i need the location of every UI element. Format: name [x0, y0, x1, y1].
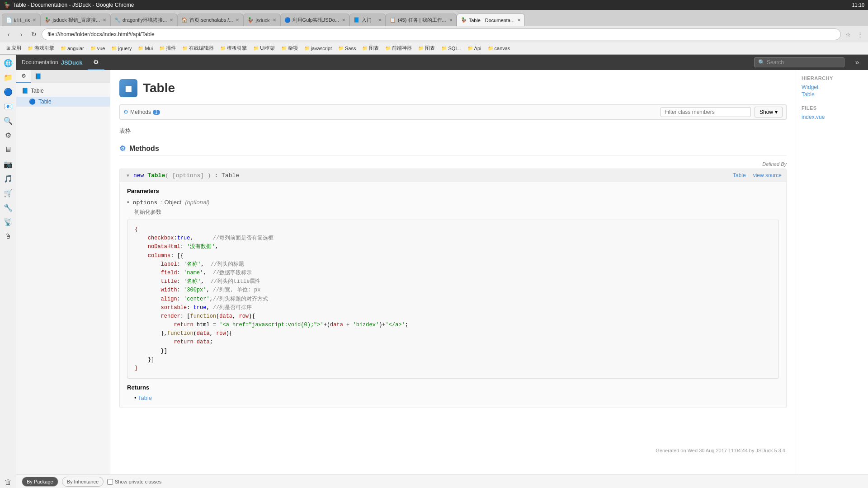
file-index-vue-link[interactable]: index.vue: [802, 113, 863, 121]
tab-settings[interactable]: ⚙: [88, 55, 104, 70]
browser-tab-intro[interactable]: 📘 入门 ✕: [349, 14, 386, 26]
os-icon-home[interactable]: 🌐: [2, 56, 14, 69]
folder-icon: 📁: [385, 46, 391, 51]
bookmark-label: vue: [97, 46, 105, 51]
folder-icon: 📁: [362, 46, 368, 51]
bookmark-label: Api: [474, 46, 481, 51]
by-inheritance-button[interactable]: By Inheritance: [62, 477, 104, 487]
bottom-toolbar: By Package By Inheritance Show private c…: [16, 474, 868, 488]
page-icon: ◼: [119, 79, 137, 97]
browser-tab-gulp[interactable]: 🔵 利用Gulp实现JSDo... ✕: [280, 14, 349, 26]
os-icon-mouse[interactable]: 🖱: [2, 230, 14, 243]
address-bar-input[interactable]: [42, 28, 841, 40]
reload-button[interactable]: ↻: [29, 29, 39, 39]
view-source-link[interactable]: view source: [753, 172, 782, 178]
bookmark-label: 插件: [166, 45, 176, 52]
page-title-row: ◼ Table: [119, 79, 787, 97]
bookmark-api[interactable]: 📁 Api: [465, 45, 484, 52]
bookmark-charts2[interactable]: 📁 图表: [415, 44, 438, 52]
nav-section-table[interactable]: 📘 Table: [16, 85, 110, 97]
os-icon-camera[interactable]: 📷: [2, 158, 14, 170]
cube-3d-icon: ◼: [125, 83, 132, 94]
bookmark-jquery[interactable]: 📁 jquery: [108, 45, 134, 52]
browser-tab-table-doc[interactable]: 🦆 Table - Documenta... ✕: [457, 14, 525, 26]
os-icon-browser[interactable]: 🔵: [2, 85, 14, 98]
settings-tab-icon: ⚙: [93, 58, 99, 66]
bookmark-sql[interactable]: 📁 SQL..: [439, 45, 463, 52]
os-icon-music[interactable]: 🎵: [2, 172, 14, 185]
os-icon-files[interactable]: 📁: [2, 71, 14, 84]
jsduck-collapse-button[interactable]: »: [852, 57, 863, 68]
bookmark-star-icon[interactable]: ☆: [844, 30, 853, 39]
jsduck-tabs: ⚙: [88, 55, 104, 70]
back-button[interactable]: ‹: [4, 29, 14, 39]
bookmark-apps[interactable]: ⊞ 应用: [4, 44, 24, 52]
jsduck-search-input[interactable]: [767, 59, 840, 66]
os-icon-settings[interactable]: ⚙: [2, 129, 14, 141]
tab-close-icon[interactable]: ✕: [103, 18, 106, 23]
os-icon-network[interactable]: 📡: [2, 216, 14, 228]
bookmark-vue[interactable]: 📁 vue: [88, 45, 108, 52]
browser-tab-jsduck[interactable]: 🦆 jsduck ✕: [243, 14, 280, 26]
forward-button[interactable]: ›: [16, 29, 26, 39]
search-tab[interactable]: 📘: [31, 70, 45, 83]
bookmark-misc[interactable]: 📁 杂项: [278, 44, 301, 52]
bookmark-template-engine[interactable]: 📁 模板引擎: [217, 44, 250, 52]
hierarchy-table-link[interactable]: Table: [802, 91, 863, 98]
browser-tab-k11ris[interactable]: 📄 k11_ris ✕: [2, 14, 40, 26]
browser-tab-jsduck-baidu[interactable]: 🦆 jsduck 报错_百度搜... ✕: [40, 14, 110, 26]
params-title: Parameters: [127, 188, 779, 194]
bookmark-online-editor[interactable]: 📁 在线编辑器: [179, 44, 217, 52]
show-private-checkbox[interactable]: [107, 479, 113, 485]
nav-item-table[interactable]: 🔵 Table: [16, 97, 110, 107]
bookmark-canvas[interactable]: 📁 canvas: [485, 45, 513, 52]
bookmark-plugin[interactable]: 📁 插件: [156, 44, 179, 52]
bookmark-charts1[interactable]: 📁 图表: [359, 44, 382, 52]
bookmark-mui[interactable]: 📁 Mui: [135, 45, 156, 52]
show-private-label[interactable]: Show private classes: [107, 479, 161, 485]
section-title: Methods: [129, 145, 159, 153]
show-button[interactable]: Show ▾: [755, 107, 783, 117]
bookmark-angular[interactable]: 📁 angular: [58, 45, 87, 52]
os-icon-trash[interactable]: 🗑: [2, 476, 14, 488]
defined-in-table[interactable]: Table: [733, 172, 746, 178]
show-private-text: Show private classes: [115, 479, 161, 484]
tree-tab[interactable]: ⚙: [16, 70, 31, 83]
return-type-link[interactable]: Table: [138, 394, 152, 401]
return-item: • Table: [127, 394, 779, 402]
tab-close-icon[interactable]: ✕: [449, 18, 453, 23]
method-header[interactable]: ▼ new Table( [options] ) : Table Table v…: [120, 169, 786, 182]
os-icon-search[interactable]: 🔍: [2, 114, 14, 127]
tab-close-icon[interactable]: ✕: [378, 18, 382, 23]
gear-icon: ⚙: [21, 73, 26, 79]
bookmark-gameengine[interactable]: 📁 游戏引擎: [25, 44, 57, 52]
method-body: Parameters • options : Object (optional)…: [120, 182, 786, 408]
os-icon-email[interactable]: 📧: [2, 100, 14, 113]
hierarchy-widget-link[interactable]: Widget: [802, 84, 863, 91]
left-panel: ⚙ 📘 📘 Table 🔵 Table: [16, 70, 110, 474]
jsduck-body: ⚙ 📘 📘 Table 🔵 Table: [16, 70, 868, 474]
browser-tab-senchalabs[interactable]: 🏠 首页·senchalabs /... ✕: [177, 14, 243, 26]
tab-close-icon[interactable]: ✕: [273, 18, 276, 23]
tab-close-icon[interactable]: ✕: [33, 18, 36, 23]
bookmark-frontend-tools[interactable]: 📁 前端神器: [382, 44, 415, 52]
browser-tab-tasks[interactable]: 📋 (45) 任务 | 我的工作... ✕: [386, 14, 457, 26]
settings-icon[interactable]: ⋮: [855, 30, 864, 39]
by-package-button[interactable]: By Package: [22, 477, 58, 487]
os-icon-shop[interactable]: 🛒: [2, 187, 14, 199]
filter-members-input[interactable]: [660, 107, 751, 117]
right-panel: HIERARCHY Widget Table FILES index.vue: [796, 70, 868, 474]
os-icon-tools[interactable]: 🔧: [2, 201, 14, 214]
dropdown-icon: ▾: [775, 109, 778, 115]
browser-tab-dragonfly[interactable]: 🔧 dragonfly环境搭接... ✕: [110, 14, 177, 26]
tab-close-icon[interactable]: ✕: [517, 18, 521, 23]
bookmark-ui-framework[interactable]: 📁 Ui框架: [250, 44, 277, 52]
bookmark-javascript[interactable]: 📁 javascript: [302, 45, 335, 52]
collapse-icon[interactable]: ▼: [124, 172, 132, 179]
tab-close-icon[interactable]: ✕: [342, 18, 345, 23]
tab-close-icon[interactable]: ✕: [170, 18, 173, 23]
bookmark-sass[interactable]: 📁 Sass: [335, 45, 359, 52]
tab-close-icon[interactable]: ✕: [236, 18, 239, 23]
os-icon-monitor[interactable]: 🖥: [2, 143, 14, 156]
folder-icon: 📁: [111, 46, 117, 51]
